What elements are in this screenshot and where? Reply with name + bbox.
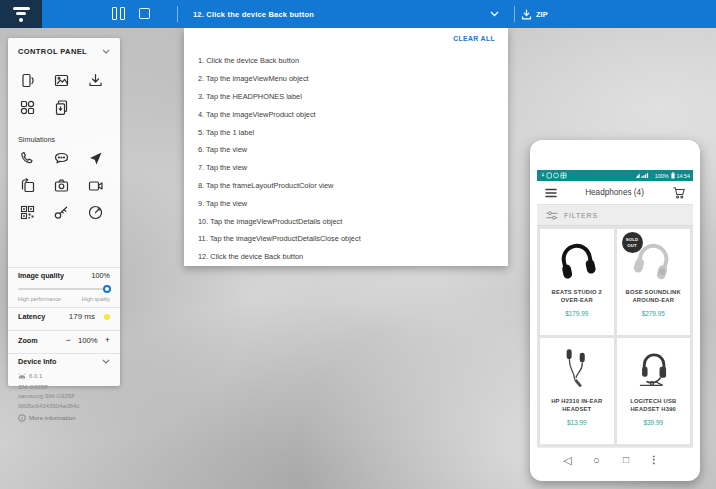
step-item[interactable]: 9. Tap the view [184, 194, 508, 212]
video-record-button[interactable] [86, 177, 104, 195]
logo-dot [19, 18, 23, 22]
step-item[interactable]: 6. Tap the view [184, 141, 508, 159]
save-button[interactable] [86, 72, 104, 90]
logo-bar [13, 7, 30, 10]
step-item[interactable]: 7. Tap the view [184, 159, 508, 177]
rotate-screen-button[interactable] [18, 177, 36, 195]
hamburger-menu-icon[interactable] [545, 188, 557, 198]
scan-qr-button[interactable] [18, 204, 36, 222]
step-item[interactable]: 8. Tap the frameLayoutProductColor view [184, 177, 508, 195]
rotate-device-icon [19, 72, 36, 89]
product-price: $39.99 [643, 419, 663, 426]
section-divider [8, 353, 120, 354]
device-info-section: Device Info 6.0.1 SM-G925F samsung SM-G9… [18, 357, 110, 422]
cart-icon[interactable] [672, 186, 685, 199]
section-divider [8, 330, 120, 331]
device-mirror: 100% 14:54 Headphones (4) FILTERS [530, 140, 700, 481]
section-divider [8, 307, 120, 308]
zoom-section: Zoom − 100% + [18, 335, 110, 345]
product-card[interactable]: LOGITECH USB HEADSET H390 $39.99 [617, 338, 691, 444]
camera-button[interactable] [52, 177, 70, 195]
control-panel: CONTROL PANEL Simulations [8, 38, 120, 386]
rotate-device-button[interactable] [18, 72, 36, 90]
android-nav-bar: ◁ ○ □ ⋮ [537, 447, 693, 472]
product-price: $13.99 [567, 419, 587, 426]
install-app-button[interactable] [52, 99, 70, 117]
image-quality-value: 100% [92, 271, 110, 280]
app-toolbar: Headphones (4) [537, 181, 693, 205]
signal-wifi-icons [635, 172, 653, 179]
control-panel-header[interactable]: CONTROL PANEL [8, 38, 120, 64]
step-item[interactable]: 4. Tap the imageViewProduct object [184, 105, 508, 123]
product-grid: BEATS STUDIO 2 OVER-EAR $179.99 SOLD OUT… [537, 226, 693, 447]
apps-button[interactable] [18, 99, 36, 117]
battery-icon [671, 172, 675, 179]
step-item[interactable]: 10. Tap the imageViewProductDetails obje… [184, 212, 508, 230]
simulate-call-button[interactable] [18, 150, 36, 168]
product-card[interactable]: BEATS STUDIO 2 OVER-EAR $179.99 [540, 229, 614, 335]
download-zip-button[interactable]: ZIP [521, 0, 548, 28]
status-bar-time: 14:54 [677, 173, 691, 179]
chevron-down-icon [490, 11, 499, 17]
device-screen[interactable]: 100% 14:54 Headphones (4) FILTERS [537, 170, 693, 472]
product-image-headphones [552, 234, 602, 286]
latency-status-dot [104, 314, 110, 320]
clear-all-button[interactable]: CLEAR ALL [453, 35, 495, 42]
step-item[interactable]: 11. Tap the imageViewProductDetailsClose… [184, 230, 508, 248]
slider-knob[interactable] [103, 285, 111, 293]
product-name: BEATS STUDIO 2 OVER-EAR [543, 288, 611, 305]
fingerprint-auth-button[interactable] [52, 204, 70, 222]
stop-icon [139, 8, 150, 19]
clipboard-icon [53, 99, 70, 116]
android-icon [18, 372, 26, 380]
device-model: SM-G925F [18, 383, 110, 390]
step-item[interactable]: 2. Tap the imageViewMenu object [184, 70, 508, 88]
more-information-link[interactable]: More information [18, 414, 110, 422]
step-item[interactable]: 1. Click the device Back button [184, 52, 508, 70]
control-panel-title: CONTROL PANEL [18, 47, 87, 56]
step-item[interactable]: 12. Click the device Back button [184, 248, 508, 266]
slider-min-label: High performance [18, 296, 61, 302]
device-info-header[interactable]: Device Info [18, 357, 110, 366]
nav-menu-button[interactable]: ⋮ [649, 455, 659, 465]
zoom-in-button[interactable]: + [105, 335, 110, 345]
apps-grid-icon [19, 99, 36, 116]
product-card[interactable]: HP H2310 IN-EAR HEADSET $13.99 [540, 338, 614, 444]
simulate-sms-button[interactable] [52, 150, 70, 168]
logo-bar [16, 12, 26, 15]
selected-step-label: 12. Click the device Back button [193, 10, 314, 19]
nav-home-button[interactable]: ○ [593, 455, 600, 466]
network-throttle-button[interactable] [86, 204, 104, 222]
latency-section: Latency 179 ms [18, 312, 110, 321]
step-selector-dropdown[interactable]: 12. Click the device Back button [184, 0, 508, 28]
os-version: 6.0.1 [29, 373, 42, 379]
filters-icon [546, 211, 558, 220]
image-quality-slider[interactable] [18, 288, 110, 290]
simulate-gps-button[interactable] [86, 150, 104, 168]
screenshot-button[interactable] [52, 72, 70, 90]
step-item[interactable]: 3. Tap the HEADPHONES label [184, 88, 508, 106]
app-title: Headphones (4) [557, 188, 672, 197]
product-price: $279.95 [642, 310, 665, 317]
battery-percent: 100% [655, 173, 669, 179]
toolbar-divider [514, 6, 515, 22]
nav-recents-button[interactable]: □ [623, 455, 629, 465]
device-id: 9805e64343504a384c [18, 402, 110, 409]
sold-out-badge: SOLD OUT [622, 232, 643, 253]
toolbar-divider [177, 6, 178, 22]
camera-icon [53, 177, 70, 194]
pause-button[interactable] [112, 7, 125, 20]
chevron-down-icon [102, 49, 110, 54]
zoom-value: 100% [71, 336, 105, 345]
chevron-down-icon [102, 359, 110, 364]
screenshot-icon [53, 72, 70, 89]
pause-icon [120, 7, 125, 20]
filters-bar[interactable]: FILTERS [537, 205, 693, 226]
simulations-label: Simulations [18, 135, 55, 144]
slider-max-label: High quality [82, 296, 110, 302]
top-toolbar: 12. Click the device Back button ZIP [0, 0, 716, 28]
product-card[interactable]: SOLD OUT BOSE SOUNDLINK AROUND-EAR $279.… [617, 229, 691, 335]
step-item[interactable]: 5. Tap the 1 label [184, 123, 508, 141]
stop-button[interactable] [139, 8, 150, 19]
nav-back-button[interactable]: ◁ [563, 455, 571, 466]
